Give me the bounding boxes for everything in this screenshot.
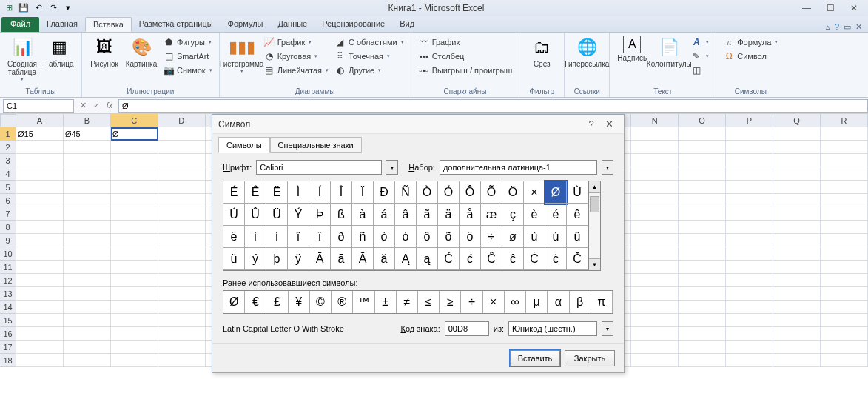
symbol-cell[interactable]: ô — [417, 226, 438, 248]
cell[interactable] — [726, 247, 773, 261]
row-header[interactable]: 4 — [0, 167, 16, 181]
table-button[interactable]: ▦Таблица — [41, 34, 77, 70]
cell[interactable] — [64, 341, 111, 354]
cell[interactable] — [64, 167, 111, 181]
row-header[interactable]: 3 — [0, 154, 16, 167]
column-header[interactable]: D — [158, 114, 206, 127]
cell[interactable] — [773, 127, 821, 141]
cell[interactable] — [111, 247, 158, 261]
symbol-cell[interactable]: ë — [223, 226, 245, 248]
cell[interactable] — [726, 167, 773, 181]
cell[interactable] — [111, 314, 158, 327]
cell[interactable] — [631, 154, 679, 167]
symbol-cell[interactable]: å — [460, 204, 481, 226]
symbol-cell[interactable]: Đ — [374, 181, 395, 204]
recent-symbol[interactable]: α — [548, 291, 569, 313]
cell[interactable] — [679, 354, 726, 367]
object-button[interactable]: ◫ — [688, 64, 711, 77]
recent-symbol[interactable]: β — [570, 291, 591, 313]
recent-symbol[interactable]: ® — [332, 291, 353, 313]
tab-Вид[interactable]: Вид — [392, 17, 422, 32]
column-header[interactable]: N — [631, 114, 679, 127]
symbol-cell[interactable]: â — [395, 204, 417, 226]
cell[interactable] — [773, 274, 821, 287]
cell[interactable] — [773, 181, 821, 194]
cell[interactable] — [773, 314, 821, 327]
headerfooter-button[interactable]: 📄Колонтитулы — [651, 34, 687, 70]
cell[interactable]: Ø — [111, 127, 158, 141]
scroll-track[interactable] — [589, 193, 600, 258]
textbox-button[interactable]: AНадпись — [614, 34, 650, 64]
recent-symbol[interactable]: × — [483, 291, 505, 313]
cell[interactable] — [64, 287, 111, 301]
cell[interactable] — [679, 234, 726, 247]
cell[interactable] — [158, 314, 206, 327]
cell[interactable] — [821, 194, 868, 207]
symbol-cell[interactable]: ä — [438, 204, 460, 226]
cell[interactable] — [679, 341, 726, 354]
cell[interactable] — [631, 327, 679, 341]
cell[interactable] — [16, 194, 64, 207]
cell[interactable] — [821, 247, 868, 261]
cell[interactable] — [773, 234, 821, 247]
cell[interactable] — [111, 354, 158, 367]
symbol-cell[interactable]: û — [567, 226, 588, 248]
row-header[interactable]: 5 — [0, 181, 16, 194]
symbol-cell[interactable]: ú — [545, 226, 567, 248]
recent-symbol[interactable]: ÷ — [461, 291, 482, 313]
recent-symbol[interactable]: ± — [375, 291, 397, 313]
row-header[interactable]: 9 — [0, 234, 16, 247]
symbol-cell[interactable]: ã — [417, 204, 438, 226]
column-header[interactable]: B — [64, 114, 111, 127]
equation-button[interactable]: πФормула — [721, 36, 780, 49]
dialog-help-icon[interactable]: ? — [582, 118, 600, 130]
column-header[interactable]: P — [726, 114, 773, 127]
symbol-cell[interactable]: ò — [374, 226, 395, 248]
cell[interactable] — [64, 207, 111, 221]
symbol-cell[interactable]: É — [223, 181, 245, 204]
symbol-cell[interactable]: Ò — [417, 181, 438, 204]
cell[interactable] — [726, 261, 773, 274]
cell[interactable] — [821, 261, 868, 274]
cell[interactable] — [16, 207, 64, 221]
symbol-button[interactable]: ΩСимвол — [721, 50, 780, 63]
cell[interactable] — [111, 327, 158, 341]
cell[interactable] — [64, 314, 111, 327]
recent-symbol[interactable]: © — [310, 291, 332, 313]
cell[interactable] — [111, 221, 158, 234]
cell[interactable] — [773, 154, 821, 167]
cell[interactable] — [773, 354, 821, 367]
row-header[interactable]: 10 — [0, 247, 16, 261]
picture-button[interactable]: 🖼Рисунок — [87, 34, 122, 70]
dialog-titlebar[interactable]: Символ ? ✕ — [212, 115, 624, 134]
symbol-cell[interactable]: Ý — [288, 204, 309, 226]
symbol-cell[interactable]: þ — [266, 248, 288, 270]
cell[interactable] — [631, 221, 679, 234]
cell[interactable] — [631, 207, 679, 221]
recent-symbol[interactable]: π — [591, 291, 613, 313]
cell[interactable] — [631, 141, 679, 154]
row-header[interactable]: 17 — [0, 341, 16, 354]
cell[interactable] — [111, 274, 158, 287]
symbol-cell[interactable]: à — [352, 204, 374, 226]
bar-chart-button[interactable]: ▤Линейчатая — [261, 64, 331, 77]
recent-symbol[interactable]: ∞ — [505, 291, 526, 313]
cell[interactable] — [16, 234, 64, 247]
select-all-corner[interactable] — [0, 114, 16, 127]
cell[interactable] — [631, 247, 679, 261]
cell[interactable] — [773, 221, 821, 234]
recent-symbol[interactable]: € — [245, 291, 266, 313]
cell[interactable] — [158, 327, 206, 341]
recent-symbol[interactable]: ≥ — [440, 291, 461, 313]
cell[interactable] — [16, 141, 64, 154]
cell[interactable] — [111, 207, 158, 221]
cell[interactable] — [111, 287, 158, 301]
cell[interactable] — [821, 127, 868, 141]
cell[interactable] — [679, 301, 726, 314]
cell[interactable] — [821, 301, 868, 314]
scroll-up-icon[interactable]: ▲ — [589, 181, 600, 193]
cell[interactable] — [16, 181, 64, 194]
cell[interactable] — [726, 194, 773, 207]
cell[interactable] — [679, 274, 726, 287]
cell[interactable] — [821, 207, 868, 221]
